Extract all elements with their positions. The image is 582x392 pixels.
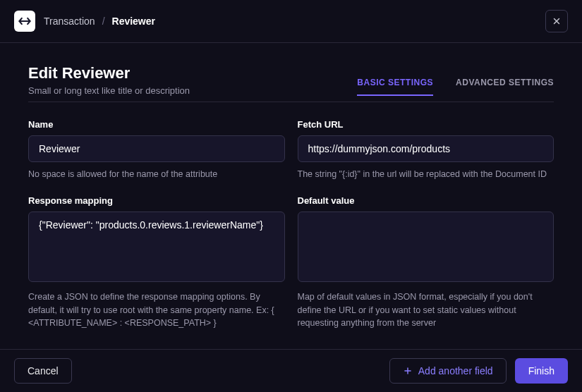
default-value-label: Default value (298, 195, 554, 206)
plus-icon (403, 366, 413, 376)
field-fetch-url: Fetch URL The string "{:id}" in the url … (298, 119, 554, 181)
default-value-help: Map of default values in JSON format, es… (298, 290, 554, 330)
tab-basic-settings[interactable]: BASIC SETTINGS (357, 78, 433, 96)
response-mapping-label: Response mapping (28, 195, 285, 206)
field-default-value: Default value Map of default values in J… (298, 195, 554, 330)
main-content: Edit Reviewer Small or long text like ti… (0, 43, 582, 330)
breadcrumb-transaction[interactable]: Transaction (44, 16, 95, 27)
footer-right: Add another field Finish (389, 358, 568, 384)
fetch-url-input[interactable] (298, 135, 554, 162)
tabs: BASIC SETTINGS ADVANCED SETTINGS (357, 78, 554, 96)
header: Transaction / Reviewer (0, 0, 582, 43)
name-help: No space is allowed for the name of the … (28, 168, 285, 181)
field-name: Name No space is allowed for the name of… (28, 119, 285, 181)
fetch-url-help: The string "{:id}" in the url will be re… (298, 168, 554, 181)
cancel-button[interactable]: Cancel (14, 358, 72, 384)
page-subtitle: Small or long text like title or descrip… (28, 85, 190, 96)
response-mapping-help: Create a JSON to define the response map… (28, 290, 285, 330)
close-button[interactable] (545, 10, 568, 32)
page-title: Edit Reviewer (28, 64, 190, 82)
fetch-url-label: Fetch URL (298, 119, 554, 130)
finish-button[interactable]: Finish (515, 358, 568, 384)
title-block: Edit Reviewer Small or long text like ti… (28, 64, 190, 96)
add-another-field-button[interactable]: Add another field (389, 358, 507, 384)
footer: Cancel Add another field Finish (0, 349, 582, 392)
field-response-mapping: Response mapping {"Reviewer": "products.… (28, 195, 285, 330)
form-grid: Name No space is allowed for the name of… (28, 119, 554, 330)
add-another-field-label: Add another field (418, 365, 493, 376)
name-input[interactable] (28, 135, 285, 162)
breadcrumb-reviewer: Reviewer (112, 16, 155, 27)
breadcrumb: Transaction / Reviewer (14, 11, 155, 32)
breadcrumb-separator: / (102, 16, 105, 27)
close-icon (552, 16, 562, 26)
response-mapping-input[interactable]: {"Reviewer": "products.0.reviews.1.revie… (28, 212, 285, 282)
name-label: Name (28, 119, 285, 130)
app-logo-icon (14, 11, 35, 32)
tab-advanced-settings[interactable]: ADVANCED SETTINGS (456, 78, 554, 96)
title-row: Edit Reviewer Small or long text like ti… (28, 64, 554, 102)
default-value-input[interactable] (298, 212, 554, 282)
